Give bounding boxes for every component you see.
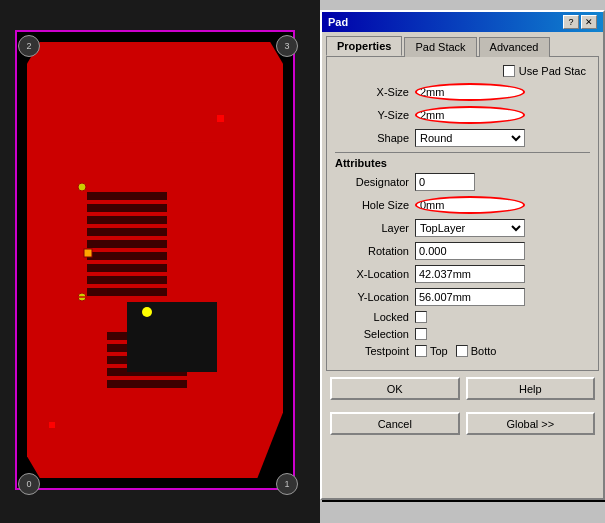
rotation-input[interactable]	[415, 242, 525, 260]
hole-size-row: Hole Size	[335, 196, 590, 214]
y-size-row: Y-Size	[335, 106, 590, 124]
y-location-row: Y-Location	[335, 288, 590, 306]
testpoint-top-label: Top	[430, 345, 448, 357]
x-size-input[interactable]	[415, 83, 525, 101]
close-button[interactable]: ✕	[581, 15, 597, 29]
hole-size-label: Hole Size	[335, 199, 415, 211]
selection-checkbox[interactable]	[415, 328, 427, 340]
y-size-label: Y-Size	[335, 109, 415, 121]
locked-row: Locked	[335, 311, 590, 323]
titlebar-buttons: ? ✕	[563, 15, 597, 29]
testpoint-top-checkbox[interactable]	[415, 345, 427, 357]
tab-properties[interactable]: Properties	[326, 36, 402, 56]
attributes-header: Attributes	[335, 157, 590, 169]
tab-content-properties: Use Pad Stac X-Size Y-Size Shape Round S…	[326, 56, 599, 371]
x-size-row: X-Size	[335, 83, 590, 101]
y-size-input[interactable]	[415, 106, 525, 124]
tabs-bar: Properties Pad Stack Advanced	[322, 32, 603, 56]
rotation-label: Rotation	[335, 245, 415, 257]
use-pad-stac-label: Use Pad Stac	[519, 65, 586, 77]
designator-label: Designator	[335, 176, 415, 188]
divider-1	[335, 152, 590, 153]
help-button[interactable]: ?	[563, 15, 579, 29]
y-location-label: Y-Location	[335, 291, 415, 303]
pcb-copper-region	[27, 42, 283, 478]
testpoint-bottom-option: Botto	[456, 345, 497, 357]
selection-label: Selection	[335, 328, 415, 340]
testpoint-label: Testpoint	[335, 345, 415, 357]
pcb-board	[15, 30, 295, 490]
testpoint-top-option: Top	[415, 345, 448, 357]
designator-row: Designator	[335, 173, 590, 191]
y-location-input[interactable]	[415, 288, 525, 306]
selection-row: Selection	[335, 328, 590, 340]
global-button[interactable]: Global >>	[466, 412, 596, 435]
ok-button[interactable]: OK	[330, 377, 460, 400]
corner-marker-tl: 2	[18, 35, 40, 57]
cancel-button[interactable]: Cancel	[330, 412, 460, 435]
shape-select[interactable]: Round Square Oval Rectangular	[415, 129, 525, 147]
corner-marker-tr: 3	[276, 35, 298, 57]
tab-pad-stack[interactable]: Pad Stack	[404, 37, 476, 57]
x-location-input[interactable]	[415, 265, 525, 283]
shape-label: Shape	[335, 132, 415, 144]
testpoint-options: Top Botto	[415, 345, 496, 357]
layer-row: Layer TopLayer BottomLayer MultiLayer	[335, 219, 590, 237]
corner-marker-br: 1	[276, 473, 298, 495]
testpoint-bottom-checkbox[interactable]	[456, 345, 468, 357]
hole-size-input[interactable]	[415, 196, 525, 214]
bottom-buttons-2: Cancel Global >>	[322, 406, 603, 441]
testpoint-bottom-label: Botto	[471, 345, 497, 357]
x-location-row: X-Location	[335, 265, 590, 283]
layer-label: Layer	[335, 222, 415, 234]
locked-label: Locked	[335, 311, 415, 323]
dialog-title: Pad	[328, 16, 348, 28]
testpoint-row: Testpoint Top Botto	[335, 345, 590, 357]
use-pad-stac-row: Use Pad Stac	[335, 65, 590, 77]
x-location-label: X-Location	[335, 268, 415, 280]
bottom-buttons-1: OK Help	[322, 371, 603, 406]
shape-row: Shape Round Square Oval Rectangular	[335, 129, 590, 147]
designator-input[interactable]	[415, 173, 475, 191]
locked-checkbox[interactable]	[415, 311, 427, 323]
pcb-canvas: 2 3 0 1	[0, 0, 320, 523]
pad-dialog: Pad ? ✕ Properties Pad Stack Advanced Us…	[320, 10, 605, 500]
layer-select[interactable]: TopLayer BottomLayer MultiLayer	[415, 219, 525, 237]
use-pad-stac-checkbox[interactable]	[503, 65, 515, 77]
titlebar: Pad ? ✕	[322, 12, 603, 32]
tab-advanced[interactable]: Advanced	[479, 37, 550, 57]
help-dialog-button[interactable]: Help	[466, 377, 596, 400]
rotation-row: Rotation	[335, 242, 590, 260]
corner-marker-bl: 0	[18, 473, 40, 495]
x-size-label: X-Size	[335, 86, 415, 98]
